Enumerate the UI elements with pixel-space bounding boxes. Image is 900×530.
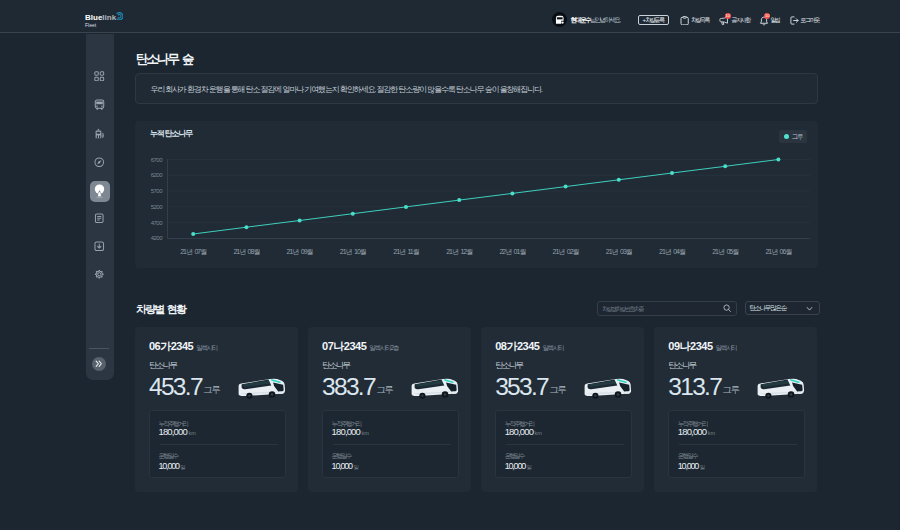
svg-text:21년 10월: 21년 10월 <box>340 248 367 255</box>
svg-text:5200: 5200 <box>151 204 164 210</box>
svg-text:22년 01월: 22년 01월 <box>499 248 526 255</box>
svg-text:21년 12월: 21년 12월 <box>446 248 473 255</box>
svg-text:21년 02월: 21년 02월 <box>553 248 580 255</box>
svg-text:21년 08월: 21년 08월 <box>233 248 260 255</box>
svg-text:4700: 4700 <box>151 220 164 226</box>
svg-text:21년 09월: 21년 09월 <box>287 248 314 255</box>
svg-text:21년 05월: 21년 05월 <box>712 248 739 255</box>
svg-text:6700: 6700 <box>151 157 164 163</box>
svg-text:21년 04월: 21년 04월 <box>659 248 686 255</box>
svg-text:21년 03월: 21년 03월 <box>606 248 633 255</box>
svg-text:5700: 5700 <box>151 188 164 194</box>
svg-text:21년 07월: 21년 07월 <box>180 248 207 255</box>
svg-text:4200: 4200 <box>151 235 164 241</box>
svg-text:21년 11월: 21년 11월 <box>393 248 419 255</box>
svg-text:21년 06월: 21년 06월 <box>765 248 792 255</box>
svg-text:6200: 6200 <box>151 172 164 178</box>
